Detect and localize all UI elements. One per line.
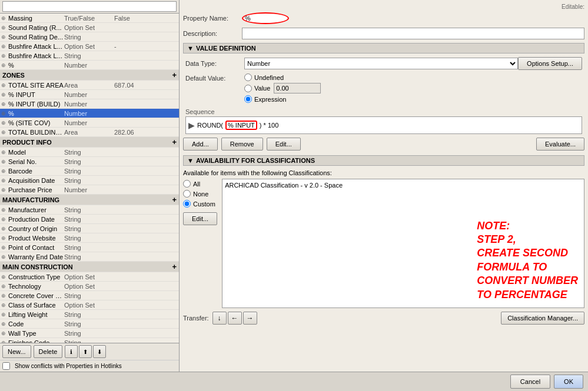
list-row[interactable]: ⊕Class of SurfaceOption Set xyxy=(0,300,179,310)
row-icon: ⊕ xyxy=(1,178,7,183)
row-icon: ⊕ xyxy=(1,302,7,308)
list-row[interactable]: ⊕ModelString xyxy=(0,148,179,157)
list-row[interactable]: ⊕ManufacturerString xyxy=(0,205,179,215)
custom-radio[interactable] xyxy=(183,200,191,208)
add-section-icon[interactable]: + xyxy=(172,263,177,270)
list-row[interactable]: ⊕%Number xyxy=(0,61,179,70)
list-row[interactable]: ⊕%Number xyxy=(0,109,179,118)
show-conflicts-checkbox[interactable] xyxy=(2,362,10,370)
list-row[interactable]: ⊕Serial No.String xyxy=(0,157,179,166)
transfer-left-icon-btn[interactable]: ← xyxy=(228,312,242,325)
none-radio[interactable] xyxy=(183,190,191,198)
list-row[interactable]: ⊕Sound Rating (R...Option Set xyxy=(0,23,179,32)
col-type: Number xyxy=(64,110,114,117)
delete-button[interactable]: Delete xyxy=(34,345,63,358)
col-type: String xyxy=(64,168,114,175)
add-section-icon[interactable]: + xyxy=(172,138,177,146)
list-row[interactable]: ⊕BarcodeString xyxy=(0,166,179,176)
evaluate-button[interactable]: Evaluate... xyxy=(536,138,584,151)
new-button[interactable]: New... xyxy=(2,345,31,358)
col-name: Wall Type xyxy=(8,330,64,337)
list-row[interactable]: ⊕TOTAL BUILDING ...Area282.06 xyxy=(0,128,179,137)
right-panel: Editable: Property Name: Description: ▼ … xyxy=(180,0,588,372)
property-name-label: Property Name: xyxy=(183,15,242,22)
col-type: Area xyxy=(64,129,114,136)
add-section-icon[interactable]: + xyxy=(172,71,177,79)
list-row[interactable]: ⊕Sound Rating De...String xyxy=(0,32,179,42)
list-row[interactable]: ⊕Wall TypeString xyxy=(0,329,179,338)
list-row[interactable]: ⊕Warranty End DateString xyxy=(0,252,179,262)
data-type-select[interactable]: Number String Boolean Integer Length Are… xyxy=(244,58,518,69)
list-row[interactable]: ⊕% (SITE COV)Number xyxy=(0,118,179,128)
property-name-input[interactable] xyxy=(242,12,289,24)
sequence-text-prefix: ROUND( xyxy=(197,122,223,129)
col-type: String xyxy=(64,216,114,223)
row-icon: ⊕ xyxy=(1,62,7,68)
description-label: Description: xyxy=(183,30,242,37)
row-icon: ⊕ xyxy=(1,168,7,174)
section-header-product-info[interactable]: PRODUCT INFO+ xyxy=(0,137,179,148)
info-icon-btn[interactable]: ℹ xyxy=(65,345,78,358)
undefined-radio[interactable] xyxy=(244,73,252,81)
list-row[interactable]: ⊕CodeString xyxy=(0,319,179,329)
section-label: ZONES xyxy=(2,72,25,79)
avail-edit-button[interactable]: Edit... xyxy=(183,212,217,225)
transfer-down-icon-btn[interactable]: ↓ xyxy=(212,312,227,325)
export-icon-btn[interactable]: ⬇ xyxy=(93,345,106,358)
col-type: Area xyxy=(64,82,114,89)
list-row[interactable]: ⊕Construction TypeOption Set xyxy=(0,272,179,282)
default-options: Undefined Value Expression xyxy=(244,73,582,105)
row-icon: ⊕ xyxy=(1,25,7,31)
section-header-manufacturing[interactable]: MANUFACTURING+ xyxy=(0,195,179,205)
classification-manager-button[interactable]: Classification Manager... xyxy=(501,312,584,325)
options-setup-button[interactable]: Options Setup... xyxy=(518,57,582,70)
list-row[interactable]: ⊕Production DateString xyxy=(0,215,179,224)
list-row[interactable]: ⊕Lifting WeightString xyxy=(0,310,179,319)
col-type: Option Set xyxy=(64,302,114,309)
section-header-zones[interactable]: ZONES+ xyxy=(0,70,179,81)
section-header-main-construction[interactable]: MAIN CONSTRUCTION+ xyxy=(0,262,179,272)
import-icon-btn[interactable]: ⬆ xyxy=(79,345,92,358)
list-row[interactable]: ⊕Country of OriginString xyxy=(0,224,179,233)
search-input[interactable] xyxy=(2,1,177,12)
col-name: Code xyxy=(8,320,64,327)
section-label: PRODUCT INFO xyxy=(2,139,52,146)
list-row[interactable]: ⊕Point of ContactString xyxy=(0,243,179,252)
available-for-label: Available for items with the following C… xyxy=(183,169,584,176)
col-type: String xyxy=(64,149,114,156)
list-row[interactable]: ⊕Purchase PriceNumber xyxy=(0,185,179,195)
value-radio[interactable] xyxy=(244,85,252,92)
list-row[interactable]: ⊕TechnologyOption Set xyxy=(0,282,179,291)
availability-section-header[interactable]: ▼ AVAILABILITY FOR CLASSIFICATIONS xyxy=(183,155,584,166)
show-conflicts-label: Show conflicts with Properties in Hotlin… xyxy=(15,363,122,369)
cancel-button[interactable]: Cancel xyxy=(510,375,550,389)
add-button[interactable]: Add... xyxy=(183,138,218,151)
list-row[interactable]: ⊕% INPUTNumber xyxy=(0,90,179,99)
row-icon: ⊕ xyxy=(1,44,7,49)
description-input[interactable] xyxy=(242,28,584,39)
list-row[interactable]: ⊕% INPUT (BUILD)Number xyxy=(0,99,179,109)
expression-radio[interactable] xyxy=(244,95,252,103)
data-type-row: Data Type: Number String Boolean Integer… xyxy=(185,57,582,70)
list-row[interactable]: ⊕Product WebsiteString xyxy=(0,233,179,243)
list-row[interactable]: ⊕Bushfire Attack L...Option Set- xyxy=(0,42,179,51)
all-radio[interactable] xyxy=(183,180,191,188)
value-text-input[interactable] xyxy=(274,83,321,93)
list-row[interactable]: ⊕MassingTrue/FalseFalse xyxy=(0,14,179,23)
list-row[interactable]: ⊕Acquisition DateString xyxy=(0,176,179,185)
list-row[interactable]: ⊕Finishes CodeString xyxy=(0,338,179,343)
remove-button[interactable]: Remove xyxy=(221,138,263,151)
value-definition-section-header[interactable]: ▼ VALUE DEFINITION xyxy=(183,43,584,54)
row-icon: ⊕ xyxy=(1,274,7,280)
list-row[interactable]: ⊕Concrete Cover a...String xyxy=(0,291,179,300)
col-type: String xyxy=(64,330,114,337)
add-section-icon[interactable]: + xyxy=(172,196,177,203)
edit-button[interactable]: Edit... xyxy=(267,138,301,151)
col-type: String xyxy=(64,225,114,232)
transfer-right-icon-btn[interactable]: → xyxy=(243,312,257,325)
list-row[interactable]: ⊕Bushfire Attack L...String xyxy=(0,51,179,61)
list-row[interactable]: ⊕TOTAL SITE AREAArea687.04 xyxy=(0,81,179,90)
property-list: ⊕MassingTrue/FalseFalse⊕Sound Rating (R.… xyxy=(0,14,179,343)
ok-button[interactable]: OK xyxy=(554,375,583,389)
row-icon: ⊕ xyxy=(1,82,7,88)
